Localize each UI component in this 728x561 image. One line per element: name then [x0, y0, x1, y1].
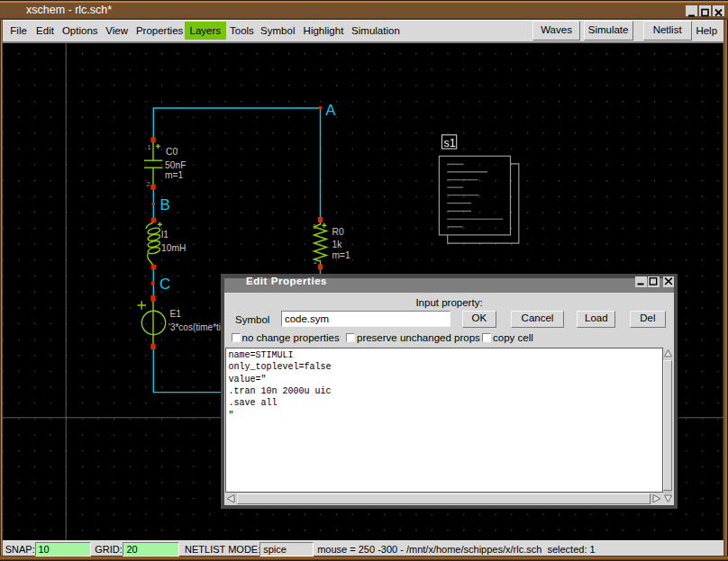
svg-text:'3*cos(time*ti: '3*cos(time*ti — [168, 322, 221, 332]
svg-text:m=1: m=1 — [165, 170, 184, 180]
svg-text:m=1: m=1 — [332, 250, 351, 260]
svg-text:50nF: 50nF — [165, 160, 186, 170]
svg-text:1: 1 — [313, 222, 316, 231]
svg-text:A: A — [325, 102, 336, 119]
svg-text:s1: s1 — [444, 137, 456, 149]
svg-text:B: B — [160, 196, 170, 213]
svg-text:1k: 1k — [332, 240, 343, 249]
svg-text:2: 2 — [314, 258, 317, 266]
svg-text:E1: E1 — [170, 309, 182, 319]
svg-text:C: C — [159, 276, 170, 293]
svg-text:R0: R0 — [332, 227, 344, 237]
svg-text:l1: l1 — [161, 230, 168, 240]
svg-text:C0: C0 — [166, 147, 177, 157]
svg-text:10mH: 10mH — [161, 243, 186, 253]
svg-text:2: 2 — [147, 180, 150, 188]
svg-text:1: 1 — [148, 143, 151, 151]
